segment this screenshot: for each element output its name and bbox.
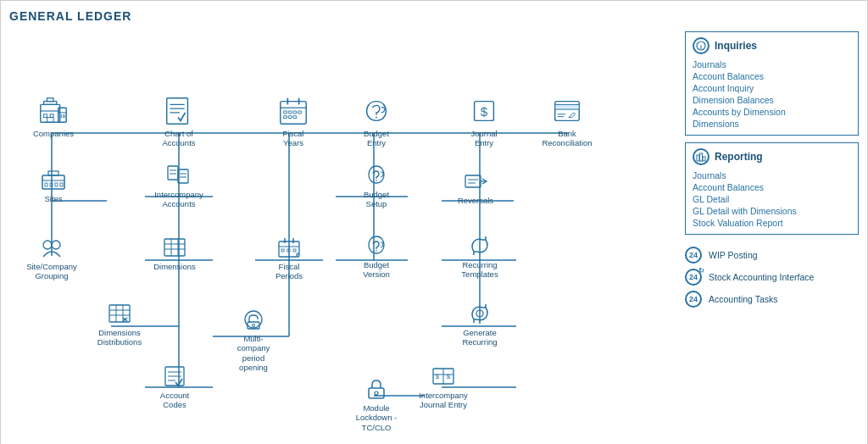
inquiries-box: i Inquiries Journals Account Balances Ac… <box>685 31 859 136</box>
multicompany-period-opening-label: Multi-companyperiodopening <box>237 334 270 373</box>
site-company-grouping-label: Site/CompanyGrouping <box>26 262 77 281</box>
companies-label: Companies <box>33 129 74 138</box>
reporting-gl-detail[interactable]: GL Detail <box>693 193 851 205</box>
inquiry-accounts-by-dimension[interactable]: Accounts by Dimension <box>693 106 851 118</box>
svg-point-74 <box>52 241 60 249</box>
node-journal-entry[interactable]: $ JournalEntry <box>450 95 518 148</box>
svg-point-102 <box>376 250 377 252</box>
svg-point-103 <box>476 310 483 317</box>
node-intercompany-journal-entry[interactable]: $ $ IntercompanyJournal Entry <box>401 364 486 410</box>
svg-rect-60 <box>42 175 64 189</box>
svg-rect-67 <box>168 166 178 180</box>
svg-rect-52 <box>293 116 297 119</box>
side-item-stock-accounting[interactable]: 24 ↻ Stock Accounting Interface <box>685 269 859 286</box>
recurring-templates-icon <box>467 233 492 258</box>
journal-entry-icon: $ <box>468 95 500 127</box>
stock-accounting-icon: 24 ↻ <box>685 269 702 286</box>
node-budget-version[interactable]: BudgetVersion <box>342 233 410 280</box>
budget-version-label: BudgetVersion <box>363 260 390 280</box>
bank-reconciliation-label: BankReconciliation <box>542 129 592 148</box>
dimensions-distributions-icon <box>107 301 132 326</box>
inquiry-account-inquiry[interactable]: Account Inquiry <box>693 82 851 94</box>
node-budget-setup[interactable]: BudgetSetup <box>342 163 410 209</box>
node-reversals[interactable]: Reversals <box>442 169 509 205</box>
budget-entry-label: BudgetEntry <box>364 129 389 148</box>
dimensions-label: Dimensions <box>153 262 196 271</box>
dimensions-icon <box>162 235 187 260</box>
intercompany-journal-entry-label: IntercompanyJournal Entry <box>419 391 468 410</box>
side-item-wip-posting[interactable]: 24 WIP Posting <box>685 247 859 264</box>
reporting-journals[interactable]: Journals <box>693 169 851 181</box>
svg-rect-120 <box>703 157 705 161</box>
journal-entry-label: JournalEntry <box>470 129 497 148</box>
svg-point-87 <box>376 180 377 181</box>
reporting-items: Journals Account Balances GL Detail GL D… <box>693 169 851 229</box>
node-chart-of-accounts[interactable]: Chart ofAccounts <box>145 95 213 148</box>
svg-point-114 <box>375 391 378 395</box>
side-item-accounting-tasks[interactable]: 24 Accounting Tasks <box>685 291 859 308</box>
svg-rect-113 <box>369 388 384 398</box>
node-dimensions[interactable]: Dimensions <box>141 235 209 271</box>
svg-rect-84 <box>281 249 284 252</box>
svg-rect-118 <box>697 155 699 161</box>
budget-entry-icon <box>360 95 392 127</box>
reporting-title: Reporting <box>693 148 851 165</box>
svg-rect-29 <box>47 98 53 102</box>
bank-reconciliation-icon <box>551 95 583 127</box>
recurring-templates-label: RecurringTemplates <box>461 260 498 280</box>
inquiry-journals[interactable]: Journals <box>693 58 851 70</box>
svg-rect-65 <box>60 183 63 186</box>
svg-rect-31 <box>44 114 47 118</box>
fiscal-periods-label: FiscalPeriods <box>275 262 303 281</box>
node-site-company-grouping[interactable]: Site/CompanyGrouping <box>14 235 90 281</box>
reporting-stock-valuation[interactable]: Stock Valuation Report <box>693 217 851 229</box>
node-multicompany-period-opening[interactable]: Multi-companyperiodopening <box>215 307 292 373</box>
reversals-label: Reversals <box>458 196 493 205</box>
svg-rect-27 <box>41 104 60 122</box>
svg-rect-63 <box>50 183 53 186</box>
svg-rect-51 <box>288 116 292 119</box>
svg-rect-37 <box>63 115 64 118</box>
node-generate-recurring[interactable]: GenerateRecurring <box>442 301 518 347</box>
svg-rect-92 <box>109 305 130 322</box>
node-companies[interactable]: Companies <box>19 95 87 138</box>
budget-setup-icon <box>364 163 389 188</box>
intercompany-accounts-icon <box>166 163 192 188</box>
svg-rect-119 <box>700 153 703 161</box>
inquiry-account-balances[interactable]: Account Balances <box>693 70 851 82</box>
svg-rect-50 <box>284 116 287 119</box>
node-fiscal-years[interactable]: FiscalYears <box>259 95 327 148</box>
node-bank-reconciliation[interactable]: BankReconciliation <box>533 95 601 148</box>
fiscal-years-icon <box>277 95 309 127</box>
svg-rect-46 <box>284 111 287 114</box>
inquiry-dimensions[interactable]: Dimensions <box>693 118 851 130</box>
node-recurring-templates[interactable]: RecurringTemplates <box>442 233 518 280</box>
wip-posting-icon: 24 <box>685 247 702 264</box>
svg-text:$: $ <box>481 104 488 119</box>
inquiry-dimension-balances[interactable]: Dimension Balances <box>693 94 851 106</box>
node-module-lockdown[interactable]: ModuleLockdown -TC/CLO <box>342 376 410 432</box>
svg-rect-62 <box>45 183 47 186</box>
svg-rect-88 <box>465 175 481 187</box>
intercompany-accounts-label: IntercompanyAccounts <box>154 190 203 209</box>
svg-rect-86 <box>293 249 296 252</box>
node-intercompany-accounts[interactable]: IntercompanyAccounts <box>141 163 217 209</box>
reporting-account-balances[interactable]: Account Balances <box>693 181 851 193</box>
diagram-area: Companies Chart ofAccounts <box>9 31 676 438</box>
svg-point-101 <box>253 325 255 327</box>
reporting-gl-detail-dimensions[interactable]: GL Detail with Dimensions <box>693 205 851 217</box>
module-lockdown-label: ModuleLockdown -TC/CLO <box>356 403 398 432</box>
node-budget-entry[interactable]: BudgetEntry <box>342 95 410 148</box>
reporting-icon <box>693 148 709 165</box>
budget-setup-label: BudgetSetup <box>364 190 389 209</box>
right-panel: i Inquiries Journals Account Balances Ac… <box>685 31 859 438</box>
reporting-box: Reporting Journals Account Balances GL D… <box>685 142 859 235</box>
node-account-codes[interactable]: AccountCodes <box>141 364 209 410</box>
node-fiscal-periods[interactable]: FiscalPeriods <box>255 235 323 281</box>
svg-rect-36 <box>60 115 62 118</box>
node-sites[interactable]: Sites <box>19 167 87 203</box>
fiscal-periods-icon <box>276 235 302 260</box>
svg-text:$: $ <box>436 373 440 380</box>
node-dimensions-distributions[interactable]: DimensionsDistributions <box>77 301 162 347</box>
main-container: GENERAL LEDGER <box>0 0 868 444</box>
